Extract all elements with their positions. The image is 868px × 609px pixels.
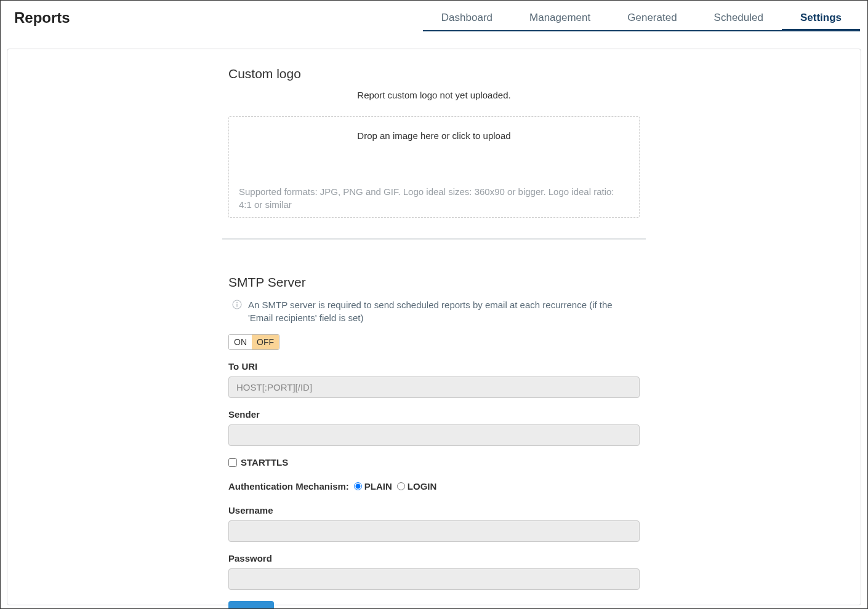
- svg-rect-2: [236, 304, 237, 307]
- logo-status-text: Report custom logo not yet uploaded.: [228, 90, 640, 100]
- auth-mechanism-row: Authentication Mechanism: PLAIN LOGIN: [228, 481, 640, 492]
- tab-management[interactable]: Management: [511, 7, 609, 31]
- tabs: Dashboard Management Generated Scheduled…: [423, 7, 860, 31]
- svg-point-1: [236, 302, 238, 303]
- page-title: Reports: [14, 7, 70, 26]
- smtp-toggle-off[interactable]: OFF: [252, 335, 279, 349]
- info-icon: [232, 300, 242, 309]
- sender-label: Sender: [228, 409, 640, 420]
- starttls-label: STARTTLS: [241, 457, 288, 468]
- logo-dropzone[interactable]: Drop an image here or click to upload Su…: [228, 116, 640, 218]
- auth-plain-option[interactable]: PLAIN: [354, 481, 392, 492]
- auth-plain-radio[interactable]: [354, 482, 362, 490]
- tab-generated[interactable]: Generated: [609, 7, 695, 31]
- custom-logo-title: Custom logo: [228, 66, 640, 81]
- page-header: Reports Dashboard Management Generated S…: [1, 1, 867, 31]
- dropzone-instruction: Drop an image here or click to upload: [239, 130, 629, 141]
- section-divider: [222, 239, 646, 239]
- to-uri-input[interactable]: [228, 376, 640, 398]
- starttls-row: STARTTLS: [228, 457, 640, 468]
- starttls-checkbox[interactable]: [228, 458, 237, 467]
- username-input[interactable]: [228, 520, 640, 542]
- smtp-title: SMTP Server: [228, 275, 640, 290]
- tab-settings[interactable]: Settings: [782, 7, 860, 31]
- username-label: Username: [228, 505, 640, 515]
- smtp-info-row: An SMTP server is required to send sched…: [228, 298, 640, 324]
- auth-login-option[interactable]: LOGIN: [397, 481, 437, 492]
- sender-input[interactable]: [228, 424, 640, 446]
- dropzone-hint: Supported formats: JPG, PNG and GIF. Log…: [239, 185, 629, 211]
- password-label: Password: [228, 553, 640, 563]
- auth-plain-label: PLAIN: [364, 481, 392, 492]
- save-button[interactable]: Save: [228, 601, 274, 609]
- auth-login-radio[interactable]: [397, 482, 405, 490]
- smtp-info-text: An SMTP server is required to send sched…: [248, 298, 640, 324]
- tab-dashboard[interactable]: Dashboard: [423, 7, 511, 31]
- smtp-toggle: ON OFF: [228, 334, 279, 350]
- smtp-toggle-on[interactable]: ON: [229, 335, 252, 349]
- auth-login-label: LOGIN: [408, 481, 437, 492]
- password-input[interactable]: [228, 568, 640, 590]
- tab-scheduled[interactable]: Scheduled: [696, 7, 782, 31]
- to-uri-label: To URI: [228, 361, 640, 372]
- content-panel: Custom logo Report custom logo not yet u…: [7, 49, 861, 605]
- auth-mechanism-label: Authentication Mechanism:: [228, 481, 349, 492]
